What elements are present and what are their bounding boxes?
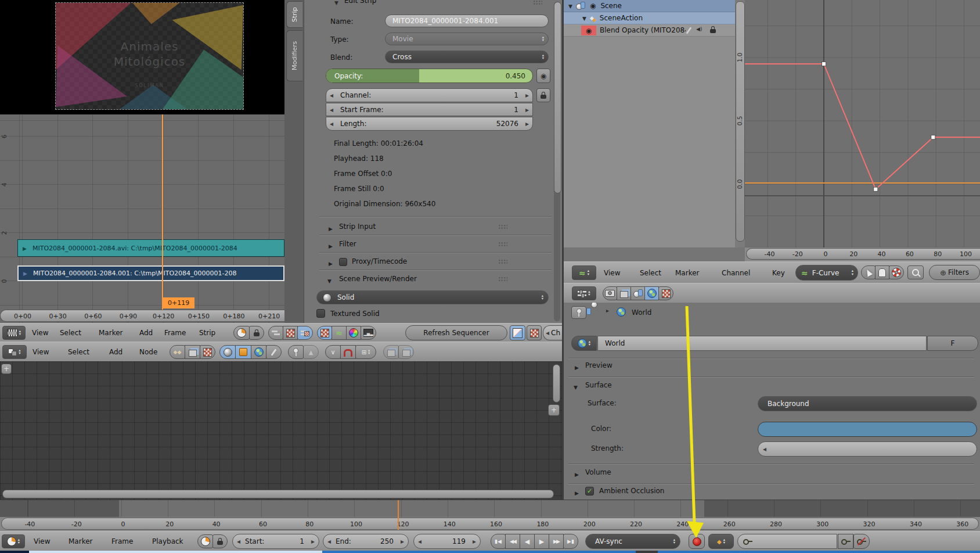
fake-user-button[interactable]: F	[927, 336, 978, 351]
panel-drag-dots[interactable]	[498, 259, 507, 264]
timeline-ruler[interactable]: -40-200204060801001201401601802002202402…	[0, 517, 980, 531]
section-scene-preview[interactable]: Scene Preview/Render	[339, 275, 417, 283]
channel-number-field[interactable]: Ch	[543, 325, 562, 340]
menu-select[interactable]: Select	[68, 342, 89, 362]
sequencer-playhead[interactable]	[162, 114, 163, 310]
lock-button[interactable]	[249, 326, 264, 340]
paste-nodes-button[interactable]	[398, 345, 414, 359]
node-horizontal-scrollbar[interactable]	[2, 490, 554, 498]
sequencer-timeline-area[interactable]: 6420 MITO2084_0000001-2084.avi: C:\tmp\M…	[0, 114, 285, 323]
tab-render[interactable]	[603, 286, 617, 300]
insert-keyframe-button[interactable]	[838, 534, 853, 549]
strength-slider[interactable]	[758, 441, 977, 457]
graph-frame-ruler[interactable]: -40-20020406080100	[745, 247, 980, 261]
keyframe[interactable]	[931, 135, 935, 139]
menu-marker[interactable]: Marker	[99, 324, 123, 342]
world-browse-button[interactable]	[571, 336, 597, 351]
refresh-sequencer-button[interactable]: Refresh Sequencer	[405, 325, 507, 340]
modifier-wrench-icon[interactable]	[686, 27, 692, 34]
tab-texture[interactable]	[658, 286, 673, 300]
editor-type-button-graph[interactable]	[572, 265, 596, 280]
menu-node[interactable]: Node	[139, 342, 157, 362]
keyframe[interactable]	[822, 62, 826, 66]
increment-icon[interactable]	[473, 537, 476, 545]
increment-icon[interactable]	[401, 537, 404, 545]
surface-dropdown[interactable]: Background	[758, 396, 977, 411]
object-data-button[interactable]	[235, 345, 251, 359]
current-frame-field[interactable]: 119	[413, 534, 481, 549]
menu-marker[interactable]: Marker	[675, 262, 699, 283]
play-reverse-button[interactable]: ◀	[520, 534, 535, 549]
panel-surface-header[interactable]: Surface	[585, 381, 612, 389]
display-vectorscope-button[interactable]	[346, 326, 361, 340]
lock-icon[interactable]	[710, 29, 716, 33]
decrement-icon[interactable]	[330, 106, 333, 114]
end-frame-field[interactable]: End: 250	[323, 534, 409, 549]
menu-view[interactable]: View	[32, 324, 48, 342]
pin-id-button[interactable]	[571, 306, 586, 319]
panel-scrollbar-track[interactable]	[554, 2, 560, 321]
increment-icon[interactable]	[525, 106, 529, 114]
expand-icon[interactable]	[329, 242, 333, 250]
menu-marker[interactable]: Marker	[69, 532, 92, 551]
panel-ambient-occlusion-header[interactable]: Ambient Occlusion	[599, 487, 664, 495]
toolshelf-expand-button[interactable]: +	[1, 364, 12, 374]
strip-handle-icon[interactable]	[23, 245, 27, 252]
tab-modifiers[interactable]: Modifiers	[286, 30, 302, 81]
menu-select[interactable]: Select	[640, 262, 661, 283]
textured-solid-checkbox[interactable]	[316, 309, 325, 318]
keyframe[interactable]	[874, 187, 878, 191]
ghost-curves-button[interactable]	[875, 265, 889, 279]
tab-world[interactable]	[644, 286, 659, 300]
graph-vertical-scrollbar[interactable]: 1.00.50.0	[735, 0, 745, 247]
menu-playback[interactable]: Playback	[152, 532, 183, 551]
parent-node-tree-button[interactable]: ▲	[303, 345, 319, 359]
cursor-tool-button[interactable]	[861, 265, 875, 279]
compositing-button[interactable]	[185, 345, 200, 359]
decrement-icon[interactable]	[330, 120, 333, 128]
expand-icon[interactable]	[575, 363, 579, 371]
graph-mode-dropdown[interactable]: F-Curve	[795, 265, 858, 281]
line-style-button[interactable]	[266, 345, 282, 359]
expand-icon[interactable]	[575, 470, 579, 478]
menu-view[interactable]: View	[33, 342, 49, 362]
start-frame-field[interactable]: Start Frame: 1	[326, 103, 533, 116]
node-vertical-scrollbar[interactable]	[553, 364, 560, 403]
timeline-playhead[interactable]	[398, 500, 399, 530]
normalize-button[interactable]	[889, 265, 904, 279]
panel-drag-dots[interactable]	[498, 224, 507, 229]
editor-type-button-node[interactable]	[2, 345, 27, 359]
graph-editor-canvas[interactable]	[745, 0, 980, 247]
tab-strip[interactable]: Strip	[286, 1, 302, 28]
lock-range-button[interactable]	[212, 534, 228, 548]
tab-scene[interactable]	[630, 286, 645, 300]
collapse-icon[interactable]	[568, 2, 572, 10]
start-frame-field[interactable]: Start: 1	[232, 534, 319, 549]
panel-drag-dots[interactable]	[498, 242, 507, 247]
properties-expand-button[interactable]: +	[548, 404, 560, 416]
channel-lock-button[interactable]	[536, 88, 550, 102]
play-button[interactable]: ▶	[534, 534, 549, 549]
editor-type-button-sequencer[interactable]	[2, 326, 26, 340]
auto-keyframe-record-button[interactable]	[689, 534, 705, 549]
snap-v-button[interactable]: ∨	[325, 345, 341, 359]
filters-button[interactable]: Filters	[929, 265, 980, 280]
channel-row-scene[interactable]: Scene	[564, 0, 735, 12]
panel-drag-dots[interactable]	[498, 276, 507, 282]
tab-render-layers[interactable]	[617, 286, 631, 300]
section-filter[interactable]: Filter	[339, 240, 356, 248]
length-field[interactable]: Length: 52076	[326, 117, 533, 131]
strip-movie-avi[interactable]: MITO2084_0000001-2084.avi: C:\tmp\MITO20…	[17, 239, 284, 257]
menu-select[interactable]: Select	[60, 324, 81, 342]
decrement-icon[interactable]	[237, 537, 240, 545]
collapse-icon[interactable]	[334, 0, 338, 6]
menu-key[interactable]: Key	[772, 262, 785, 283]
jump-to-end-button[interactable]: ▶▮	[563, 534, 578, 549]
color-swatch[interactable]	[758, 422, 977, 437]
view-sequence-button[interactable]	[268, 326, 283, 340]
overlay-type-button[interactable]	[510, 325, 525, 340]
menu-frame[interactable]: Frame	[164, 324, 186, 342]
previous-keyframe-button[interactable]: ◀◀	[505, 534, 520, 549]
snap-magnet-button[interactable]	[340, 345, 356, 359]
jump-to-start-button[interactable]: ▮◀	[491, 534, 506, 549]
